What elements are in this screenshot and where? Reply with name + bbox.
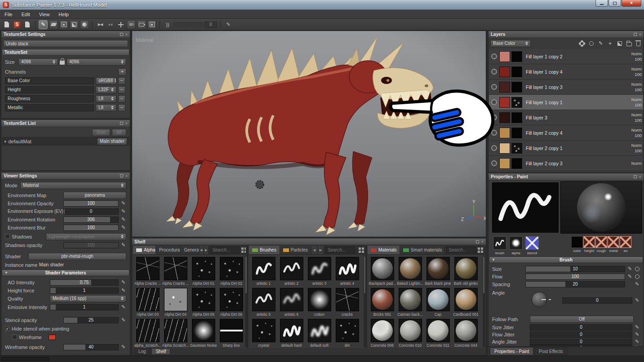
save-project-icon[interactable] (23, 20, 32, 29)
layer-blend-opacity[interactable]: Norm100 (626, 97, 642, 108)
blend-mode[interactable]: Norm (631, 161, 642, 166)
size-slider[interactable]: 10 (525, 266, 625, 272)
scrollbar[interactable] (483, 256, 485, 347)
remove-channel-button[interactable]: − (118, 77, 125, 84)
layer-row[interactable]: Fill layer 2 copy 3 Norm (489, 156, 643, 171)
hide-stencil-checkbox[interactable]: ✓ (5, 326, 10, 331)
layer-mask-thumbnail[interactable] (511, 97, 522, 108)
tab-brushes[interactable]: Brushes (249, 246, 280, 254)
shelf-item[interactable]: Concrete 044 (452, 318, 480, 349)
falloff-icon[interactable]: )) (163, 20, 172, 29)
layer-row[interactable]: Fill layer 2 copy 1 Norm100 (489, 141, 643, 156)
expression-icon[interactable]: ✎ (120, 317, 126, 323)
flow-jitter-slider[interactable]: 0 (530, 331, 632, 338)
add-mask-icon[interactable] (588, 40, 595, 47)
layer-mask-thumbnail[interactable] (511, 82, 522, 93)
tab-materials[interactable]: Materials (368, 246, 400, 254)
size-jitter-slider[interactable]: 0 (530, 324, 632, 331)
remove-channel-button[interactable]: − (118, 95, 125, 102)
layer-color-thumbnail[interactable] (499, 97, 510, 108)
expression-icon[interactable]: ✎ (120, 287, 126, 293)
layer-row[interactable]: Fill layer 1 copy 4 Norm100 (489, 64, 643, 79)
layer-visibility-toggle[interactable] (491, 115, 497, 120)
brushes-search-input[interactable] (325, 247, 355, 253)
menu-edit[interactable]: Edit (17, 10, 35, 18)
stepper-icon[interactable] (109, 97, 114, 101)
layer-visibility-toggle[interactable] (491, 53, 497, 59)
channel-format-select[interactable]: L8 (96, 95, 116, 102)
close-panel-icon[interactable]: × (125, 174, 128, 178)
layer-color-thumbnail[interactable] (499, 143, 510, 154)
spacing-slider[interactable]: 20 (525, 281, 625, 287)
minimize-button[interactable] (595, 0, 608, 7)
textureset-settings-header[interactable]: TextureSet Settings × (1, 31, 130, 38)
add-layer-icon[interactable]: + (607, 40, 613, 47)
shelf-item[interactable]: Caiman back... (396, 287, 424, 318)
layer-mask-thumbnail[interactable] (511, 112, 522, 123)
channel-name-field[interactable]: Roughness (5, 95, 94, 102)
collapse-icon[interactable]: ▼ (4, 271, 8, 275)
tab-alphas[interactable]: Alphas (133, 246, 156, 254)
close-panel-icon[interactable]: × (125, 121, 128, 126)
layer-color-thumbnail[interactable] (499, 82, 510, 93)
stepper-icon[interactable] (113, 79, 116, 83)
alpha-select-button[interactable] (509, 236, 523, 250)
float-panel-icon[interactable] (120, 122, 123, 125)
expression-icon[interactable]: ✎ (634, 331, 640, 337)
shelf-item[interactable]: artistic 1 (250, 256, 277, 287)
channel-metal-toggle[interactable] (608, 236, 619, 248)
float-panel-icon[interactable] (634, 33, 637, 36)
stepper-icon[interactable] (524, 41, 528, 45)
position-jitter-slider[interactable]: 0 (530, 345, 632, 347)
view-3d-toggle[interactable]: 3D (127, 20, 136, 29)
shelf-item[interactable]: Alpha Dirt 02 (218, 256, 245, 287)
paint-tool-button[interactable]: ✎ (39, 20, 48, 29)
add-channel-button[interactable]: + (118, 68, 126, 75)
channel-format-select[interactable]: L32F (96, 86, 116, 93)
stepper-icon[interactable] (109, 88, 114, 92)
height-force-slider[interactable]: 1 (50, 287, 119, 294)
blend-mode[interactable]: Norm (631, 66, 642, 72)
projection-tool-button[interactable] (59, 20, 68, 29)
maximize-button[interactable] (608, 0, 621, 7)
brush-select-button[interactable] (493, 236, 506, 250)
shadows-opacity-slider[interactable]: 100 (63, 242, 119, 248)
stencil-select-button[interactable] (525, 236, 539, 250)
collapse-icon[interactable]: ▼ (492, 258, 495, 262)
expression-icon[interactable]: ✎ (120, 216, 126, 222)
layer-blend-opacity[interactable]: Norm100 (626, 82, 642, 93)
close-panel-icon[interactable]: × (125, 32, 128, 37)
delete-layer-icon[interactable] (635, 40, 642, 47)
remove-channel-button[interactable]: − (118, 104, 125, 111)
stepper-icon[interactable] (119, 296, 124, 300)
tab-procedurals[interactable]: Procedurals (156, 246, 181, 254)
grid-view-icon[interactable] (241, 247, 246, 253)
layer-row[interactable]: Fill layer 3 Norm100 (489, 110, 643, 125)
layer-opacity[interactable]: 100 (635, 72, 642, 77)
stepper-icon[interactable] (119, 234, 124, 238)
channel-color-toggle[interactable] (571, 236, 583, 248)
shelf-item[interactable]: Alpha Dirt 04 (162, 287, 189, 318)
layer-visibility-toggle[interactable] (491, 145, 497, 151)
shelf-item[interactable]: Alpha Scratch... (162, 318, 189, 349)
layer-visibility-toggle[interactable] (491, 84, 497, 90)
tab-particles[interactable]: Particles (280, 246, 311, 254)
expression-icon[interactable]: ✎ (120, 200, 126, 206)
menu-view[interactable]: View (35, 10, 54, 18)
materials-search-input[interactable] (446, 247, 476, 253)
close-panel-icon[interactable]: × (639, 175, 641, 179)
expression-icon[interactable]: ✎ (120, 242, 126, 248)
close-panel-icon[interactable]: × (481, 239, 484, 244)
layer-opacity[interactable]: 100 (635, 102, 642, 108)
instance-name-field[interactable]: Main shader (36, 261, 126, 269)
expression-icon[interactable]: ✎ (120, 279, 126, 285)
brush-stroke-preview[interactable] (492, 182, 559, 233)
add-folder-icon[interactable] (626, 40, 632, 47)
expression-icon[interactable]: ✎ (627, 266, 633, 272)
float-panel-icon[interactable] (476, 240, 479, 243)
layer-visibility-toggle[interactable] (491, 69, 497, 75)
tab-log[interactable]: Log (134, 348, 151, 355)
lazy-mouse-icon[interactable]: ✎ (224, 20, 233, 29)
solo-button[interactable]: Solo (92, 129, 110, 136)
quality-select[interactable]: Medium (16 spp) (50, 295, 126, 302)
